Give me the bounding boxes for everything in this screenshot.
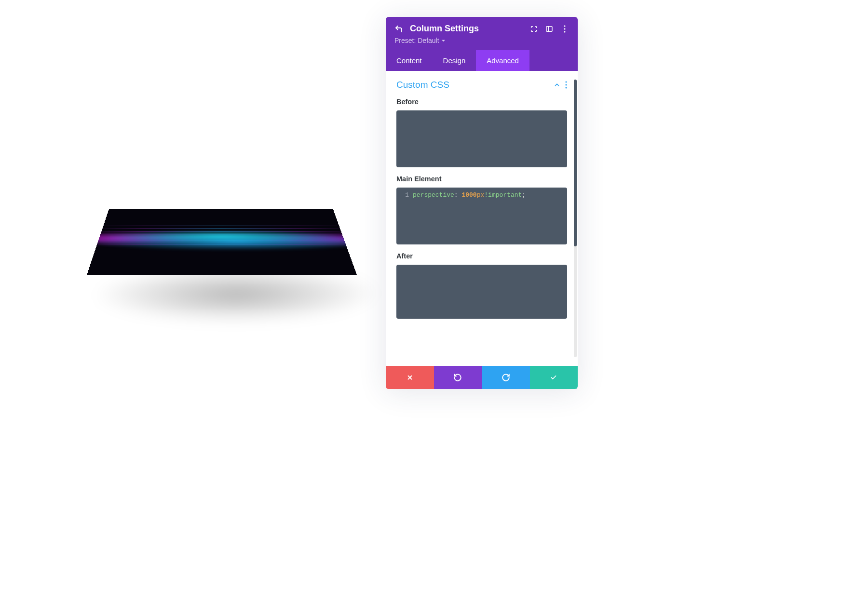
scroll-area: Before Main Element 1 perspective: 1000p…: [386, 95, 578, 365]
main-element-label: Main Element: [396, 175, 567, 183]
panel-body: Custom CSS Before Main Element 1 perspec…: [386, 71, 578, 366]
tab-design[interactable]: Design: [433, 50, 476, 71]
tab-content[interactable]: Content: [386, 50, 433, 71]
close-icon: [407, 374, 413, 381]
after-css-input[interactable]: [396, 265, 567, 319]
chevron-down-icon: [441, 39, 446, 43]
redo-icon: [502, 373, 510, 382]
panel-header: Column Settings Preset: Default: [386, 17, 578, 50]
before-label: Before: [396, 98, 567, 106]
tab-advanced[interactable]: Advanced: [476, 50, 529, 71]
preview-image: [87, 209, 357, 275]
settings-panel: Column Settings Preset: Default Content …: [386, 17, 578, 389]
token-semicolon: ;: [522, 191, 526, 199]
line-number: 1: [401, 191, 409, 199]
preset-label: Preset: Default: [394, 37, 439, 44]
svg-point-4: [564, 31, 565, 32]
undo-icon: [453, 373, 462, 382]
code-line-1: 1 perspective: 1000px!important;: [401, 191, 562, 199]
scrollbar[interactable]: [574, 80, 577, 357]
section-more-icon[interactable]: [565, 81, 567, 89]
undo-button[interactable]: [434, 366, 482, 389]
svg-rect-0: [546, 26, 552, 31]
token-property: perspective: [413, 191, 454, 199]
panel-title: Column Settings: [410, 24, 523, 34]
section-header: Custom CSS: [386, 80, 578, 95]
tabs: Content Design Advanced: [386, 50, 578, 71]
section-title: Custom CSS: [396, 80, 554, 90]
preset-selector[interactable]: Preset: Default: [394, 37, 569, 44]
token-unit: px: [477, 191, 485, 199]
after-label: After: [396, 252, 567, 260]
more-icon[interactable]: [560, 25, 569, 33]
token-number: 1000: [461, 191, 476, 199]
token-important: !important: [484, 191, 522, 199]
back-icon[interactable]: [394, 25, 403, 33]
check-icon: [549, 374, 558, 381]
expand-icon[interactable]: [529, 25, 538, 33]
svg-point-2: [564, 25, 565, 27]
svg-point-6: [565, 84, 567, 85]
before-css-input[interactable]: [396, 110, 567, 167]
svg-point-3: [564, 28, 565, 29]
save-button[interactable]: [530, 366, 578, 389]
scrollbar-thumb[interactable]: [574, 80, 577, 246]
cancel-button[interactable]: [386, 366, 434, 389]
svg-point-7: [565, 87, 567, 88]
collapse-icon[interactable]: [554, 81, 560, 88]
token-colon: :: [454, 191, 458, 199]
redo-button[interactable]: [482, 366, 530, 389]
preview-3d-container: [48, 125, 386, 328]
sidebar-toggle-icon[interactable]: [545, 25, 554, 33]
svg-point-5: [565, 81, 567, 82]
main-element-css-input[interactable]: 1 perspective: 1000px!important;: [396, 188, 567, 244]
panel-footer: [386, 366, 578, 389]
